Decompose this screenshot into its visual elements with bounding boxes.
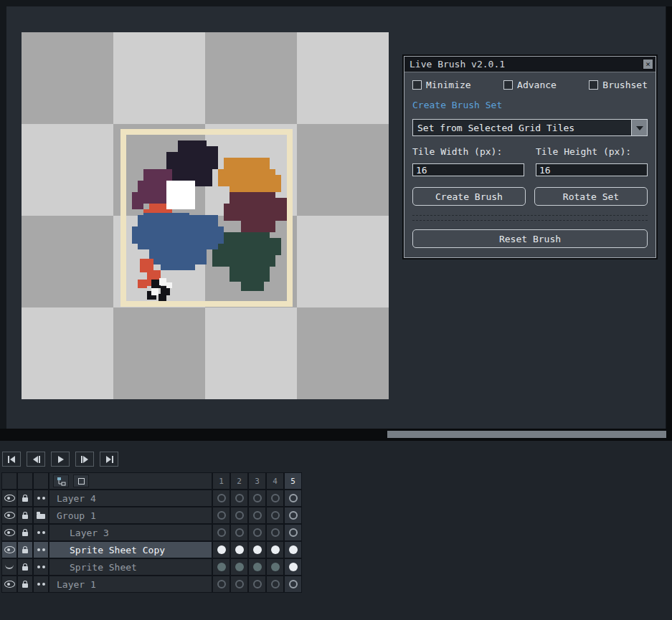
cel-layer-4-frame-5[interactable] xyxy=(285,490,301,506)
previous-frame-button[interactable] xyxy=(27,452,45,467)
visibility-toggle-layer-1[interactable] xyxy=(2,576,16,592)
cel-sprite-sheet-frame-1[interactable] xyxy=(213,559,229,575)
lock-toggle-layer-3[interactable] xyxy=(18,525,32,540)
dialog-titlebar[interactable]: Live Brush v2.0.1 × xyxy=(404,57,656,72)
tile-width-input[interactable] xyxy=(412,163,524,176)
cel-sprite-sheet-frame-3[interactable] xyxy=(249,559,265,575)
cel-layer-3-frame-2[interactable] xyxy=(231,525,247,540)
continuous-toggle-sprite-sheet-copy[interactable] xyxy=(34,542,48,558)
horizontal-scrollbar-thumb[interactable] xyxy=(387,431,666,438)
go-to-first-frame-button[interactable] xyxy=(2,452,21,467)
cel-layer-3-frame-4[interactable] xyxy=(267,525,283,540)
visibility-toggle-layer-3[interactable] xyxy=(2,525,16,540)
cel-layer-3-frame-3[interactable] xyxy=(249,525,265,540)
layer-name-layer-1[interactable]: Layer 1 xyxy=(49,576,212,592)
checkbox-box-icon[interactable] xyxy=(589,80,598,90)
cel-layer-1-frame-2[interactable] xyxy=(231,576,247,592)
cel-empty-indicator xyxy=(253,528,262,537)
cel-group-1-frame-3[interactable] xyxy=(249,507,265,523)
visibility-toggle-sprite-sheet-copy[interactable] xyxy=(2,542,16,558)
blue-blob xyxy=(132,226,141,244)
cel-sprite-sheet-frame-5[interactable] xyxy=(285,559,301,575)
selected-grid-tile-frame[interactable] xyxy=(120,129,293,307)
plum-blob xyxy=(132,192,143,209)
cel-sprite-sheet-copy-frame-4[interactable] xyxy=(267,542,283,558)
continuous-toggle-layer-1[interactable] xyxy=(34,576,48,592)
checkbox-box-icon[interactable] xyxy=(503,80,513,90)
cel-layer-1-frame-3[interactable] xyxy=(249,576,265,592)
cel-layer-4-frame-2[interactable] xyxy=(231,490,247,506)
cel-outline-icon[interactable] xyxy=(73,474,89,487)
transparency-checkerboard[interactable] xyxy=(22,32,389,399)
cel-layer-4-frame-4[interactable] xyxy=(267,490,283,506)
visibility-toggle-layer-4[interactable] xyxy=(2,490,16,506)
tile-height-input[interactable] xyxy=(536,163,648,176)
cel-empty-indicator xyxy=(253,580,262,588)
checkbox-label: Brushset xyxy=(602,80,648,90)
dark-navy-blob xyxy=(201,146,218,169)
dialog-title: Live Brush v2.0.1 xyxy=(410,59,505,70)
cel-group-1-frame-2[interactable] xyxy=(231,507,247,523)
checkbox-brushset[interactable]: Brushset xyxy=(589,80,648,90)
lock-toggle-layer-4[interactable] xyxy=(18,490,32,506)
cel-sprite-sheet-copy-frame-1[interactable] xyxy=(213,542,229,558)
cel-layer-3-frame-5[interactable] xyxy=(285,525,301,540)
frame-number-5[interactable]: 5 xyxy=(285,473,301,489)
continuous-toggle-group-1[interactable] xyxy=(34,507,48,523)
layer-hierarchy-icon[interactable] xyxy=(53,474,69,487)
cel-sprite-sheet-copy-frame-5[interactable] xyxy=(285,542,301,558)
checkbox-minimize[interactable]: Minimize xyxy=(412,80,471,90)
cel-layer-4-frame-1[interactable] xyxy=(213,490,229,506)
dialog-close-button[interactable]: × xyxy=(643,59,653,70)
tile-size-inputs xyxy=(412,163,648,176)
cel-layer-4-frame-3[interactable] xyxy=(249,490,265,506)
cel-sprite-sheet-frame-2[interactable] xyxy=(231,559,247,575)
frame-number-3[interactable]: 3 xyxy=(249,473,265,489)
brush-source-dropdown[interactable]: Set from Selected Grid Tiles xyxy=(412,119,648,136)
continuous-toggle-sprite-sheet[interactable] xyxy=(34,559,48,575)
rotate-set-button[interactable]: Rotate Set xyxy=(534,187,648,206)
lock-toggle-group-1[interactable] xyxy=(18,507,32,523)
checkbox-advance[interactable]: Advance xyxy=(503,80,557,90)
cel-sprite-sheet-copy-frame-3[interactable] xyxy=(249,542,265,558)
continuous-toggle-layer-3[interactable] xyxy=(34,525,48,540)
continuous-toggle-layer-4[interactable] xyxy=(34,490,48,506)
cel-group-1-frame-5[interactable] xyxy=(285,507,301,523)
create-brush-button[interactable]: Create Brush xyxy=(412,187,526,206)
create-brush-set-heading[interactable]: Create Brush Set xyxy=(412,100,648,110)
cel-layer-1-frame-4[interactable] xyxy=(267,576,283,592)
horizontal-scrollbar-track[interactable] xyxy=(0,429,672,441)
step-back-icon xyxy=(31,454,41,464)
layer-name-sprite-sheet[interactable]: Sprite Sheet xyxy=(49,559,212,575)
dropdown-arrow-button[interactable] xyxy=(631,120,647,135)
layer-name-group-1[interactable]: Group 1 xyxy=(49,507,212,523)
cel-group-1-frame-1[interactable] xyxy=(213,507,229,523)
frame-number-4[interactable]: 4 xyxy=(267,473,283,489)
cel-sprite-sheet-copy-frame-2[interactable] xyxy=(231,542,247,558)
layer-name-sprite-sheet-copy[interactable]: Sprite Sheet Copy xyxy=(49,542,212,558)
frame-number-1[interactable]: 1 xyxy=(213,473,229,489)
cel-layer-1-frame-1[interactable] xyxy=(213,576,229,592)
reset-brush-button[interactable]: Reset Brush xyxy=(412,229,648,248)
live-brush-dialog[interactable]: Live Brush v2.0.1 × MinimizeAdvanceBrush… xyxy=(404,56,656,258)
lock-toggle-layer-1[interactable] xyxy=(18,576,32,592)
visibility-toggle-group-1[interactable] xyxy=(2,507,16,523)
dialog-checkbox-row: MinimizeAdvanceBrushset xyxy=(412,80,648,90)
cel-layer-1-frame-5[interactable] xyxy=(285,576,301,592)
layer-name-layer-4[interactable]: Layer 4 xyxy=(49,490,212,506)
eye-column-header xyxy=(2,473,16,489)
next-frame-button[interactable] xyxy=(75,452,94,467)
go-to-last-frame-button[interactable] xyxy=(100,452,118,467)
frame-number-2[interactable]: 2 xyxy=(231,473,247,489)
lock-toggle-sprite-sheet[interactable] xyxy=(18,559,32,575)
cel-sprite-sheet-frame-4[interactable] xyxy=(267,559,283,575)
vertical-scrollbar-track[interactable] xyxy=(666,6,672,429)
play-button[interactable] xyxy=(51,452,70,467)
visibility-toggle-sprite-sheet[interactable] xyxy=(2,559,16,575)
play-icon xyxy=(55,454,65,464)
layer-name-layer-3[interactable]: Layer 3 xyxy=(49,525,212,540)
cel-group-1-frame-4[interactable] xyxy=(267,507,283,523)
lock-toggle-sprite-sheet-copy[interactable] xyxy=(18,542,32,558)
cel-layer-3-frame-1[interactable] xyxy=(213,525,229,540)
checkbox-box-icon[interactable] xyxy=(412,80,422,90)
